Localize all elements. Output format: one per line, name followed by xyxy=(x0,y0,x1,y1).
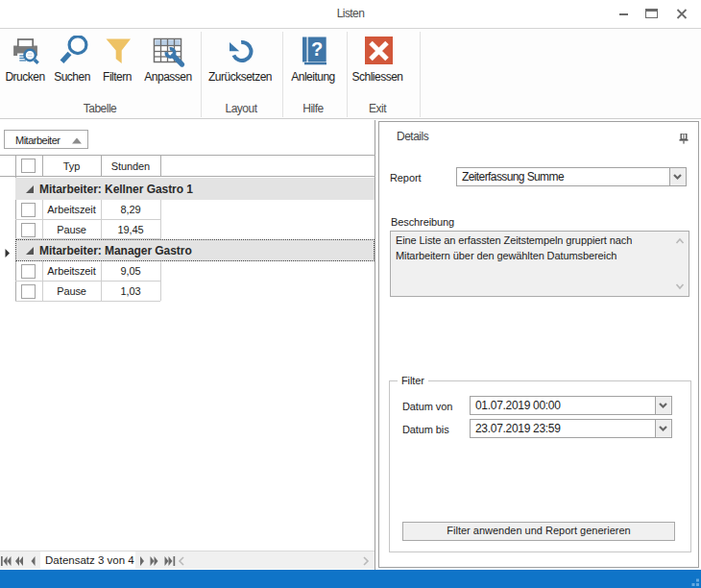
svg-text:?: ? xyxy=(311,38,323,60)
